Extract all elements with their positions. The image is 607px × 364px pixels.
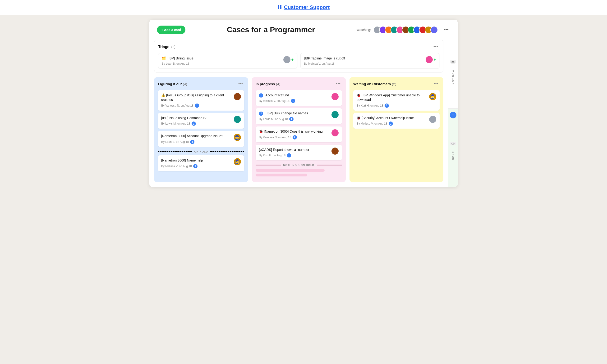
badge: 2 bbox=[389, 121, 393, 126]
card[interactable]: 🐞[Nametron 3000] Oops this isn't working… bbox=[256, 127, 342, 142]
board-header: + Add a card Cases for a Programmer Watc… bbox=[149, 20, 458, 40]
card-meta: By Vanessa N. on Aug 18 2 bbox=[259, 135, 330, 140]
card-on-hold[interactable]: [Nametron 3000] Name help By Melissa V. … bbox=[158, 155, 244, 171]
add-card-button[interactable]: + Add a card bbox=[157, 26, 185, 34]
svg-rect-0 bbox=[278, 5, 279, 7]
on-hold-divider: ON HOLD bbox=[158, 150, 244, 153]
card[interactable]: [eGADS] Report shows a -number By Kurt H… bbox=[256, 145, 342, 161]
col-menu-button[interactable]: ••• bbox=[237, 81, 244, 87]
card-title: 🐞[Nametron 3000] Oops this isn't working bbox=[259, 129, 330, 134]
card[interactable]: 🐞[Security] Account Ownership Issue By M… bbox=[353, 113, 440, 129]
card[interactable]: [IBP] Issue using Command+V By Lewis M. … bbox=[158, 113, 244, 129]
watching-label: Watching: bbox=[356, 28, 371, 32]
card-avatar: 🧙 bbox=[234, 134, 241, 141]
card[interactable]: 1 Account Refund By Melissa V. on Aug 18… bbox=[256, 90, 342, 106]
triage-card[interactable]: 🗂️ [IBP] Billing Issue By Leah B. on Aug… bbox=[158, 53, 297, 68]
card-title: [Nametron 3000] Name help bbox=[161, 158, 232, 163]
card-meta: By Kurt H. on Aug 18 1 bbox=[259, 153, 330, 157]
card[interactable]: 2 [IBP] Bulk change file names By Lewis … bbox=[256, 108, 342, 124]
card-avatar bbox=[331, 148, 339, 155]
card-title: [Nametron 3000] Account Upgrade Issue? bbox=[161, 134, 232, 139]
triage-cards: 🗂️ [IBP] Billing Issue By Leah B. on Aug… bbox=[158, 53, 439, 68]
card-meta: By Melissa V. on Aug 18 bbox=[304, 62, 426, 65]
card-meta: By Lewis M. on Aug 18 1 bbox=[259, 117, 330, 121]
card-meta: By Lewis M. on Aug 18 1 bbox=[161, 121, 232, 126]
add-to-card-icon[interactable]: + bbox=[291, 58, 293, 62]
card-meta: By Leah B. on Aug 18 bbox=[162, 62, 283, 65]
triage-title: Triage (2) bbox=[158, 45, 176, 49]
badge: 2 bbox=[293, 135, 297, 140]
card-meta: By Melissa V. on Aug 18 2 bbox=[357, 121, 427, 126]
done-count: (2) bbox=[450, 142, 456, 145]
card-title: 🗂️ [IBP] Billing Issue bbox=[162, 56, 283, 61]
avatar bbox=[430, 26, 438, 34]
card-avatar bbox=[426, 56, 433, 63]
badge: 2 bbox=[190, 140, 194, 144]
triage-section: Triage (2) ••• 🗂️ [IBP] Billing Issue bbox=[154, 40, 443, 72]
col-menu-button[interactable]: ••• bbox=[334, 81, 342, 87]
card-meta: By Melissa V. on Aug 18 4 bbox=[161, 164, 232, 168]
card[interactable]: 🐞[IBP Windows App] Customer unable to do… bbox=[353, 90, 440, 111]
card-avatar bbox=[331, 93, 339, 100]
card-avatar bbox=[283, 56, 290, 63]
card[interactable]: [Nametron 3000] Account Upgrade Issue? B… bbox=[158, 131, 244, 147]
column-inprogress: In progress (4) ••• 1 Account Refund bbox=[252, 77, 346, 182]
card-meta: By Kurt H. on Aug 18 2 bbox=[357, 104, 427, 108]
card-avatar bbox=[429, 116, 436, 123]
not-now-label: NOT NOW bbox=[452, 65, 455, 88]
badge: 4 bbox=[193, 164, 197, 168]
board-link[interactable]: Customer Support bbox=[284, 4, 330, 10]
card-meta: By Melissa V. on Aug 18 1 bbox=[259, 99, 330, 103]
svg-rect-3 bbox=[280, 7, 281, 9]
card-avatar: 🧙 bbox=[234, 158, 241, 165]
triage-menu-button[interactable]: ••• bbox=[432, 44, 439, 50]
column-figuring: Figuring it out (4) ••• ⚠️[Focus Group i… bbox=[154, 77, 248, 182]
badge: 1 bbox=[287, 153, 291, 157]
col-title: Waiting on Customers (2) bbox=[353, 82, 396, 86]
card-title: ⚠️[Focus Group iOS] Assigning to a clien… bbox=[161, 93, 232, 102]
skeleton-area bbox=[256, 169, 342, 176]
card-meta: By Leah B. on Aug 18 2 bbox=[161, 140, 232, 144]
avatars-list bbox=[373, 26, 438, 34]
badge: 2 bbox=[385, 104, 389, 108]
card-meta: By Vanessa N. on Aug 18 1 bbox=[161, 104, 232, 108]
col-title: Figuring it out (4) bbox=[158, 82, 187, 86]
card-avatar bbox=[331, 111, 339, 118]
board-title: Cases for a Programmer bbox=[185, 25, 356, 34]
card-title: 1 Account Refund bbox=[259, 93, 330, 98]
col-menu-button[interactable]: ••• bbox=[432, 81, 440, 87]
card-title: 🐞[Security] Account Ownership Issue bbox=[357, 116, 427, 120]
card-title: [IBP]Tagline Image is cut off bbox=[304, 56, 426, 61]
not-now-count: (0) bbox=[450, 60, 456, 64]
top-bar: Customer Support bbox=[0, 0, 607, 15]
badge: 1 bbox=[291, 99, 295, 103]
card-avatar: 🧙 bbox=[429, 93, 436, 100]
card-title: 🐞[IBP Windows App] Customer unable to do… bbox=[357, 93, 427, 102]
column-waiting: Waiting on Customers (2) ••• 🐞[IBP Windo… bbox=[349, 77, 443, 182]
grid-icon bbox=[277, 4, 282, 10]
side-labels: (0) NOT NOW + (2) DONE bbox=[448, 40, 458, 187]
svg-rect-2 bbox=[278, 7, 279, 9]
badge: 1 bbox=[192, 121, 196, 126]
svg-rect-1 bbox=[280, 5, 281, 7]
col-title: In progress (4) bbox=[256, 82, 280, 86]
watching-section: Watching: ••• bbox=[356, 26, 450, 34]
card-title: 2 [IBP] Bulk change file names bbox=[259, 111, 330, 116]
done-plus-button[interactable]: + bbox=[450, 112, 456, 118]
add-to-card-icon[interactable]: + bbox=[434, 58, 436, 62]
columns-row: Figuring it out (4) ••• ⚠️[Focus Group i… bbox=[154, 77, 443, 182]
card-avatar bbox=[234, 93, 241, 100]
more-options-button[interactable]: ••• bbox=[442, 26, 450, 34]
done-label: DONE bbox=[452, 147, 455, 164]
card[interactable]: ⚠️[Focus Group iOS] Assigning to a clien… bbox=[158, 90, 244, 111]
card-title: [eGADS] Report shows a -number bbox=[259, 148, 330, 152]
badge: 1 bbox=[195, 104, 199, 108]
card-avatar bbox=[331, 129, 339, 136]
triage-card[interactable]: [IBP]Tagline Image is cut off By Melissa… bbox=[300, 53, 439, 68]
badge: 1 bbox=[289, 117, 293, 121]
nothing-on-hold-divider: NOTHING'S ON HOLD bbox=[256, 164, 342, 167]
card-avatar bbox=[234, 116, 241, 123]
card-title: [IBP] Issue using Command+V bbox=[161, 116, 232, 120]
